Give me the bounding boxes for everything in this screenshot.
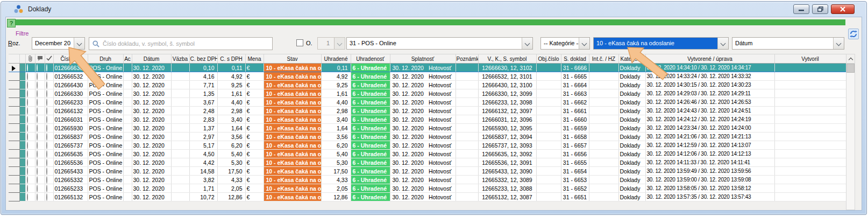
col-header-datum[interactable]: Dátum bbox=[132, 54, 171, 64]
col-header-vazba[interactable]: Väzba bbox=[171, 54, 189, 64]
comment-marker bbox=[37, 176, 38, 184]
table-row[interactable]: 012666031 POS - Online 30. 12. 2020 2,83… bbox=[9, 115, 846, 124]
cell-vytvorene: 30. 12. 2020 13:58:05 / 30. 12. 2020 13:… bbox=[645, 184, 774, 193]
col-header-intc[interactable]: Int.č. / HZ bbox=[589, 54, 618, 64]
table-row[interactable]: 012665132 POS - Online 30. 12. 2020 10,7… bbox=[9, 193, 846, 201]
cell-symbol: 12666031, 12, 3096 bbox=[478, 115, 536, 124]
table-row[interactable]: 012665536 POS - Online 30. 12. 2020 4,42… bbox=[9, 158, 846, 167]
attachment-marker bbox=[27, 90, 28, 97]
cell-uhradene: 5,40 bbox=[321, 150, 351, 158]
cell-c-s-dph: 0,11 bbox=[217, 64, 245, 72]
cell-mena: € bbox=[245, 124, 264, 133]
col-header-check[interactable] bbox=[45, 54, 53, 64]
cell-c-bez-dph: 14,58 bbox=[189, 167, 217, 176]
vertical-scrollbar[interactable] bbox=[846, 54, 855, 210]
col-header-vytvorene[interactable]: Vytvorené / úprava bbox=[645, 54, 774, 64]
cell-c-bez-dph: 1,37 bbox=[189, 124, 217, 133]
cell-stav: 10 - eKasa čaká na o bbox=[264, 133, 321, 141]
cell-symbol: 12665635, 12, 3092 bbox=[478, 150, 536, 158]
table-row[interactable]: 012665433 POS - Online 30. 12. 2020 14,5… bbox=[9, 167, 846, 176]
chevron-down-icon[interactable] bbox=[579, 38, 589, 49]
col-header-comment[interactable] bbox=[35, 54, 45, 64]
col-header-mena[interactable]: Mena bbox=[245, 54, 264, 64]
col-header-symbol[interactable]: V., K., S. symbol bbox=[478, 54, 536, 64]
scrollbar-thumb[interactable] bbox=[846, 64, 855, 73]
cell-stav: 10 - eKasa čaká na o bbox=[264, 158, 321, 167]
cell-datum: 30. 12. 2020 bbox=[132, 150, 171, 158]
o-checkbox[interactable] bbox=[296, 39, 303, 46]
chevron-down-icon[interactable] bbox=[522, 38, 532, 49]
cell-vytvorene: 30. 12. 2020 14:24:43 / 30. 12. 2020 14:… bbox=[645, 107, 774, 115]
table-row[interactable]: 012665930 POS - Online 30. 12. 2020 1,37… bbox=[9, 124, 846, 133]
table-row[interactable]: 012666233 POS - Online 30. 12. 2020 3,67… bbox=[9, 98, 846, 107]
cell-vytvoril bbox=[774, 124, 846, 133]
document-searchbox[interactable] bbox=[89, 37, 273, 50]
cell-c-s-dph: 12,86 bbox=[217, 193, 245, 201]
col-header-uhradene[interactable]: Uhradené bbox=[321, 54, 351, 64]
cell-c-bez-dph: 10,72 bbox=[189, 193, 217, 201]
search-input[interactable] bbox=[103, 40, 272, 47]
table-row[interactable]: 012665233 POS - Online 30. 12. 2020 1,71… bbox=[9, 184, 846, 193]
cell-uhradenost: 6 - Uhradené bbox=[351, 64, 390, 72]
comment-icon bbox=[37, 55, 43, 61]
cell-vytvoril bbox=[774, 133, 846, 141]
col-header-attachment[interactable] bbox=[25, 54, 35, 64]
col-header-sdoklad[interactable]: S. doklad bbox=[561, 54, 589, 64]
col-header-uhradenost[interactable]: Uhradenosť bbox=[351, 54, 390, 64]
cell-ac bbox=[123, 124, 132, 133]
cell-c-s-dph: 2,98 bbox=[217, 107, 245, 115]
table-row[interactable]: 012666430 POS - Online 30. 12. 2020 7,71… bbox=[9, 81, 846, 89]
refresh-button[interactable] bbox=[848, 29, 859, 39]
col-header-ac[interactable]: Ac bbox=[123, 54, 132, 64]
date-mode-combobox[interactable]: Dátum bbox=[732, 37, 844, 50]
table-row[interactable]: 012665737 POS - Online 30. 12. 2020 5,17… bbox=[9, 141, 846, 150]
table-row[interactable]: 012666630 POS - Online 30. 12. 2020 0,10… bbox=[9, 64, 846, 72]
green-divider-bar bbox=[7, 19, 845, 25]
chevron-down-icon[interactable] bbox=[717, 38, 728, 49]
col-header-splatnost[interactable]: Splatnosť bbox=[390, 54, 456, 64]
minimize-button[interactable] bbox=[793, 4, 809, 14]
cell-vytvoril bbox=[774, 158, 846, 167]
cell-obj-cislo bbox=[536, 193, 561, 201]
col-header-cs[interactable]: C. s DPH bbox=[217, 54, 245, 64]
table-row[interactable]: 012665332 POS - Online 30. 12. 2020 3,82… bbox=[9, 176, 846, 184]
cell-druh: POS - Online bbox=[88, 141, 123, 150]
col-header-stripe bbox=[19, 54, 25, 64]
col-header-vytvoril[interactable]: Vytvoril bbox=[774, 54, 846, 64]
restore-button[interactable] bbox=[812, 4, 828, 14]
minimize-icon bbox=[799, 7, 804, 11]
cell-mena: € bbox=[245, 115, 264, 124]
cell-poznamka bbox=[456, 184, 478, 193]
cell-druh: POS - Online bbox=[88, 158, 123, 167]
check-marker bbox=[46, 159, 47, 166]
paperclip-icon bbox=[28, 55, 33, 62]
status-combobox[interactable]: 10 - eKasa čaká na odoslanie bbox=[593, 37, 729, 50]
table-row[interactable]: 012665837 POS - Online 30. 12. 2020 2,97… bbox=[9, 133, 846, 141]
table-row[interactable]: 012665635 POS - Online 30. 12. 2020 4,50… bbox=[9, 150, 846, 158]
table-row[interactable]: 012666532 POS - Online 30. 12. 2020 4,16… bbox=[9, 72, 846, 81]
attachment-marker bbox=[27, 168, 28, 175]
cell-poznamka bbox=[456, 72, 478, 81]
cell-uhradenost: 6 - Uhradené bbox=[351, 72, 390, 81]
col-header-poznamka[interactable]: Poznámka bbox=[456, 54, 478, 64]
close-button[interactable] bbox=[831, 4, 855, 14]
cell-stav: 10 - eKasa čaká na o bbox=[264, 115, 321, 124]
cell-stav: 10 - eKasa čaká na o bbox=[264, 89, 321, 98]
book-combobox[interactable]: 31 - POS - Online bbox=[346, 37, 533, 50]
scroll-up-button[interactable] bbox=[846, 54, 855, 64]
cell-mena: € bbox=[245, 89, 264, 98]
chevron-down-icon[interactable] bbox=[833, 38, 844, 49]
documents-grid: Číslo F6 Druh Ac Dátum Väzba C. bez DPH … bbox=[9, 54, 862, 210]
table-row[interactable]: 012666330 POS - Online 30. 12. 2020 1,35… bbox=[9, 89, 846, 98]
cell-vytvoril bbox=[774, 107, 846, 115]
table-row[interactable]: 012666132 POS - Online 30. 12. 2020 2,48… bbox=[9, 107, 846, 115]
cell-uhradene: 4,33 bbox=[321, 176, 351, 184]
col-header-stav[interactable]: Stav bbox=[264, 54, 321, 64]
cell-ac bbox=[123, 72, 132, 81]
cell-datum: 30. 12. 2020 bbox=[132, 89, 171, 98]
category-combobox[interactable]: -- Kategórie -- bbox=[540, 37, 590, 50]
help-button[interactable]: ? bbox=[7, 19, 16, 27]
cell-uhradenost: 6 - Uhradené bbox=[351, 184, 390, 193]
col-header-obj[interactable]: Obj.číslo bbox=[536, 54, 561, 64]
col-header-cbez[interactable]: C. bez DPH bbox=[189, 54, 217, 64]
